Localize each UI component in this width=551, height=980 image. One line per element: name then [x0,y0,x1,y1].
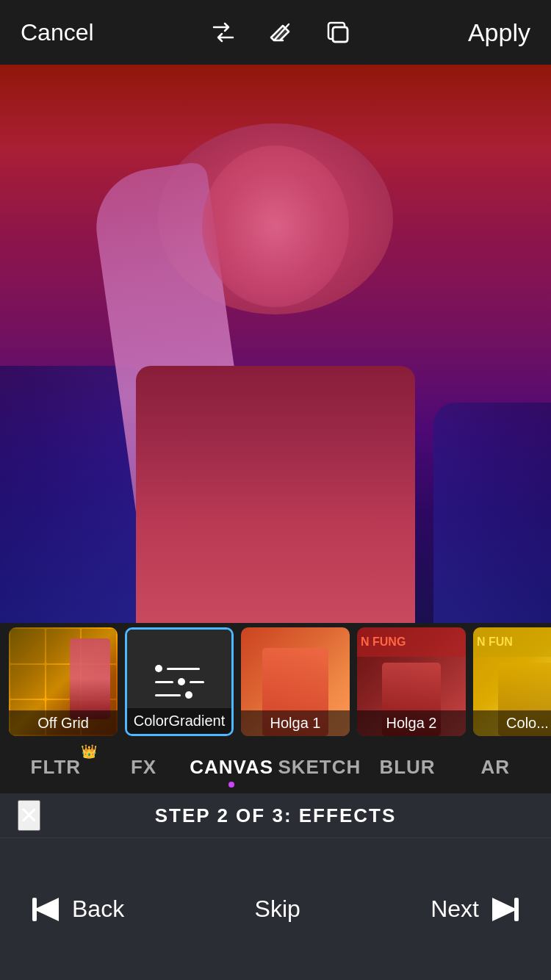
filter-color[interactable]: N FUN Colo... [473,627,551,736]
top-toolbar: Cancel Apply [0,0,551,65]
svg-marker-5 [492,898,517,921]
filter-color-gradient-label: ColorGradient [127,708,231,734]
filter-holga-1[interactable]: Holga 1 [241,627,350,736]
next-button[interactable]: Next [431,893,522,926]
tab-fx[interactable]: FX [100,741,188,793]
filter-holga-1-label: Holga 1 [241,710,350,736]
filter-off-grid[interactable]: Off Grid [9,627,118,736]
category-tabs: FLTR 👑 FX CANVAS SKETCH BLUR AR [0,741,551,793]
tab-canvas[interactable]: CANVAS [187,741,276,793]
main-image: N FUNG BAKERY [0,65,551,623]
svg-rect-6 [514,898,519,921]
cancel-button[interactable]: Cancel [21,19,94,46]
back-arrow-icon [29,893,62,926]
filter-color-label: Colo... [473,710,551,736]
active-dot [228,782,234,788]
close-button[interactable]: ✕ [18,800,40,831]
crown-icon: 👑 [81,743,97,760]
svg-rect-1 [333,27,347,42]
svg-marker-3 [34,898,59,921]
image-overlay: N FUNG BAKERY [0,65,551,623]
step-indicator: ✕ STEP 2 OF 3: EFFECTS [0,793,551,837]
filter-off-grid-label: Off Grid [9,710,118,736]
apply-button[interactable]: Apply [468,18,530,47]
tab-ar[interactable]: AR [451,741,539,793]
tab-blur[interactable]: BLUR [364,741,452,793]
svg-rect-4 [32,898,37,921]
eraser-icon[interactable] [265,17,296,48]
filter-holga-2[interactable]: N FUNG Holga 2 [357,627,466,736]
bottom-nav: Back Skip Next [0,837,551,980]
step-text: STEP 2 OF 3: EFFECTS [155,804,396,827]
filter-strip: Off Grid ColorGradient [0,623,551,741]
filter-holga-2-label: Holga 2 [357,710,466,736]
tab-sketch[interactable]: SKETCH [276,741,364,793]
back-button[interactable]: Back [29,893,124,926]
repeat-icon[interactable] [208,17,239,48]
toolbar-icons [208,17,353,48]
filter-color-gradient[interactable]: ColorGradient [125,627,234,736]
layers-icon[interactable] [323,17,353,48]
next-arrow-icon [489,893,522,926]
tab-fltr[interactable]: FLTR 👑 [12,741,100,793]
skip-button[interactable]: Skip [255,896,300,923]
